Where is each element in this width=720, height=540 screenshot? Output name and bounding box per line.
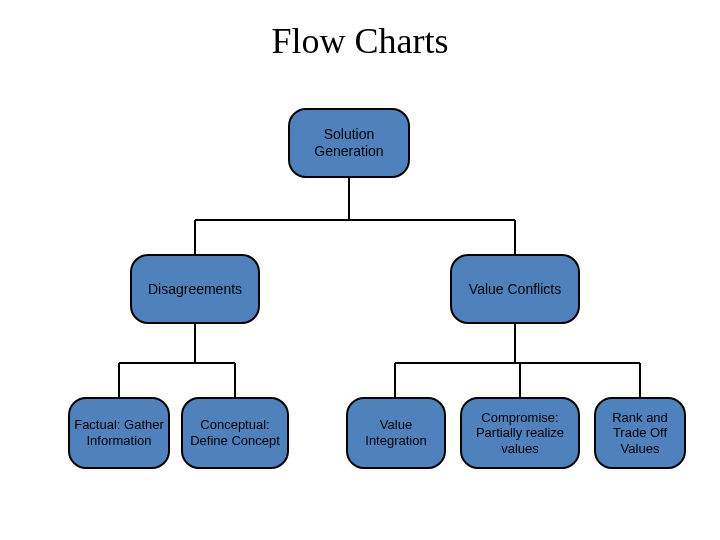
node-factual: Factual: Gather Information <box>68 397 170 469</box>
node-value-conflicts: Value Conflicts <box>450 254 580 324</box>
page-title: Flow Charts <box>0 20 720 62</box>
node-conceptual: Conceptual: Define Concept <box>181 397 289 469</box>
node-disagreements: Disagreements <box>130 254 260 324</box>
node-rank-tradeoff: Rank and Trade Off Values <box>594 397 686 469</box>
node-solution-generation: Solution Generation <box>288 108 410 178</box>
node-value-integration: Value Integration <box>346 397 446 469</box>
node-compromise: Compromise: Partially realize values <box>460 397 580 469</box>
